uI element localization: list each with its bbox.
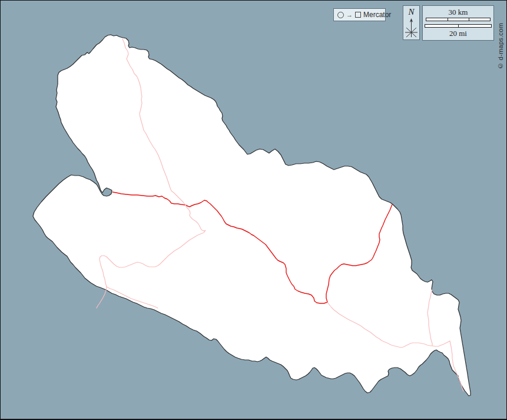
scale-km-label: 30 km [449,8,468,16]
north-indicator: N [403,5,420,40]
projection-badge: → Mercator [333,8,386,21]
scale-mi-label: 20 mi [449,29,467,37]
scale-km-bar [426,18,491,21]
north-label: N [408,8,414,16]
square-icon [355,12,361,18]
scale-mi-bar [425,24,492,28]
copyright-credit: © d-maps.com [495,4,506,70]
map-canvas: → Mercator N 30 km 20 mi © d-maps.com [0,0,507,420]
map-svg [1,1,507,420]
island-outline [33,35,470,396]
arrow-right-icon: → [346,12,353,18]
compass-rose-icon [404,17,419,38]
projection-label: Mercator [363,11,391,19]
scale-bar: 30 km 20 mi [422,5,494,41]
circle-icon [337,12,344,18]
